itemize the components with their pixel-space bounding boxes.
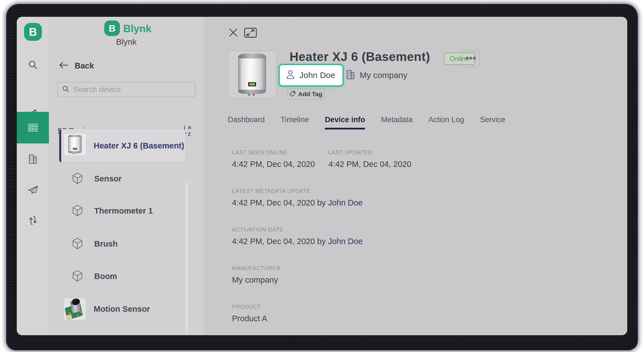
- cube-icon: [71, 172, 84, 186]
- field-latest-metadata-update: LATEST METADATA UPDATE 4:42 PM, Dec 04, …: [232, 188, 363, 207]
- device-thumbnail-heater: [64, 133, 86, 156]
- nav-rail: B: [17, 17, 49, 335]
- devices-grid-icon: [27, 121, 39, 134]
- back-button[interactable]: Back: [58, 59, 94, 72]
- more-options-button[interactable]: [461, 50, 480, 67]
- rail-search-button[interactable]: [17, 60, 49, 70]
- field-value-text: 4:42 PM, Dec 04, 2020 by: [232, 237, 328, 246]
- back-label: Back: [75, 61, 94, 70]
- rail-automations-button[interactable]: [17, 215, 49, 226]
- field-label: ACTIVATION DATE: [232, 226, 363, 233]
- tab-device-info-active[interactable]: Device info: [325, 116, 365, 129]
- app-window: B: [17, 17, 627, 335]
- svg-text:A: A: [188, 125, 191, 130]
- svg-text:Z: Z: [188, 132, 191, 137]
- close-icon: [229, 33, 238, 38]
- add-tag-button[interactable]: Add Tag: [287, 89, 325, 100]
- device-row[interactable]: Brush: [59, 228, 185, 260]
- device-tabs: Dashboard Timeline Device info Metadata …: [228, 116, 505, 129]
- device-row[interactable]: Sensor: [59, 163, 185, 195]
- tag-icon: [290, 91, 296, 98]
- field-label: PRODUCT: [232, 304, 267, 310]
- owner-chip-highlighted[interactable]: John Doe: [278, 64, 344, 87]
- field-activation-date: ACTIVATION DATE 4:42 PM, Dec 04, 2020 by…: [232, 226, 363, 246]
- back-arrow-icon: [58, 59, 70, 72]
- cube-icon: [71, 237, 84, 251]
- add-tag-label: Add Tag: [298, 91, 322, 98]
- owner-name: John Doe: [299, 70, 335, 80]
- blynk-wordmark: Blynk: [123, 23, 151, 35]
- building-icon: [346, 69, 355, 81]
- close-button[interactable]: [229, 28, 238, 38]
- search-icon: [28, 60, 38, 70]
- device-row-selected[interactable]: Heater XJ 6 (Basement): [59, 129, 185, 162]
- organization-item[interactable]: My company: [346, 69, 407, 82]
- field-label: LAST SEEN ONLINE: [232, 149, 315, 156]
- device-thumbnail-motion-sensor: [64, 298, 86, 320]
- field-value-text: 4:42 PM, Dec 04, 2020 by: [232, 198, 328, 207]
- user-link[interactable]: John Doe: [328, 237, 363, 246]
- field-product: PRODUCT Product A: [232, 304, 267, 323]
- building-icon: [27, 153, 39, 165]
- field-value: Product A: [232, 314, 267, 323]
- sidebar-logo-letter: B: [109, 23, 116, 34]
- field-value: 4:42 PM, Dec 04, 2020: [232, 160, 315, 169]
- tab-service[interactable]: Service: [480, 116, 505, 129]
- person-icon: [286, 70, 295, 81]
- tab-dashboard[interactable]: Dashboard: [228, 116, 265, 129]
- user-link[interactable]: John Doe: [328, 198, 363, 207]
- device-detail-panel: Heater XJ 6 (Basement) Online John Doe: [204, 17, 627, 335]
- rail-devices-button-active[interactable]: [17, 112, 49, 143]
- device-name: Brush: [94, 239, 118, 249]
- field-label: LATEST METADATA UPDATE: [232, 188, 363, 194]
- device-search-input[interactable]: [73, 85, 191, 94]
- device-list-scrollbar[interactable]: [186, 182, 188, 334]
- expand-icon: [244, 34, 257, 39]
- rail-notifications-button[interactable]: [17, 184, 49, 196]
- heater-illustration: [68, 135, 82, 154]
- device-sidebar: B Blynk Blynk Back: [49, 17, 204, 335]
- device-search-box: [57, 82, 196, 97]
- blynk-logo-letter: B: [29, 26, 37, 38]
- device-name: Sensor: [94, 174, 122, 183]
- ellipsis-icon: [465, 56, 476, 62]
- cube-icon: [71, 204, 84, 218]
- heater-illustration: [238, 54, 266, 96]
- field-value: 4:42 PM, Dec 04, 2020: [328, 160, 411, 169]
- selected-indicator-bar: [59, 129, 61, 162]
- field-value: 4:42 PM, Dec 04, 2020 by John Doe: [232, 237, 363, 246]
- tab-action-log[interactable]: Action Log: [428, 116, 464, 129]
- field-last-updated: LAST UPDATED 4:42 PM, Dec 04, 2020: [328, 149, 411, 169]
- device-name: Boom: [94, 272, 117, 281]
- device-name: Motion Sensor: [94, 304, 150, 314]
- field-label: LAST UPDATED: [328, 149, 411, 156]
- field-manufacturer: MANUFACTURER My company: [232, 265, 281, 285]
- blynk-logo-badge[interactable]: B: [24, 23, 42, 41]
- paper-plane-icon: [27, 184, 39, 196]
- device-row[interactable]: Boom: [59, 260, 185, 292]
- device-row[interactable]: Motion Sensor: [59, 293, 185, 325]
- organization-name: My company: [360, 70, 407, 80]
- cube-icon: [71, 270, 84, 284]
- device-row[interactable]: Thermometer 1: [59, 195, 185, 227]
- sidebar-blynk-logo: B: [104, 20, 120, 36]
- expand-button[interactable]: [244, 28, 257, 39]
- device-name: Heater XJ 6 (Basement): [94, 129, 184, 162]
- rail-organizations-button[interactable]: [17, 153, 49, 165]
- device-title: Heater XJ 6 (Basement): [290, 50, 430, 64]
- tab-timeline[interactable]: Timeline: [281, 116, 309, 129]
- tabs-divider: [228, 130, 621, 130]
- workspace-name: Blynk: [49, 37, 204, 47]
- tab-metadata[interactable]: Metadata: [381, 116, 413, 129]
- device-name: Thermometer 1: [94, 206, 153, 216]
- field-value: 4:42 PM, Dec 04, 2020 by John Doe: [232, 198, 363, 207]
- search-icon: [62, 85, 70, 94]
- field-last-seen-online: LAST SEEN ONLINE 4:42 PM, Dec 04, 2020: [232, 149, 315, 169]
- swap-arrows-icon: [28, 215, 38, 226]
- field-value: My company: [232, 275, 281, 285]
- device-image: [228, 51, 276, 99]
- screenshot-root: B: [0, 0, 644, 352]
- field-label: MANUFACTURER: [232, 265, 281, 271]
